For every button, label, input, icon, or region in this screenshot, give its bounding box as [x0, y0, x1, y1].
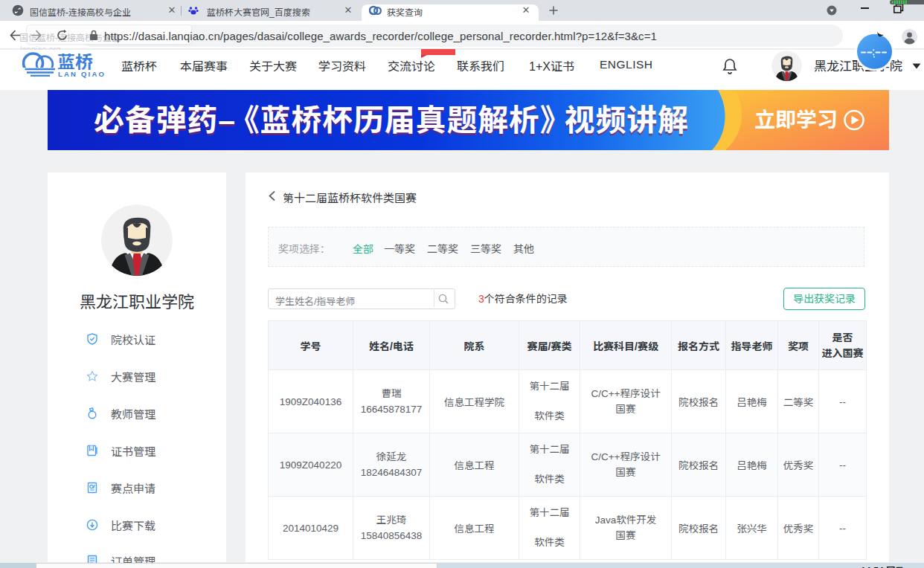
svg-text:必备弹药–《蓝桥杯历届真题解析》视频讲解: 必备弹药–《蓝桥杯历届真题解析》视频讲解: [94, 95, 689, 140]
svg-text:立即学习: 立即学习: [754, 103, 838, 133]
